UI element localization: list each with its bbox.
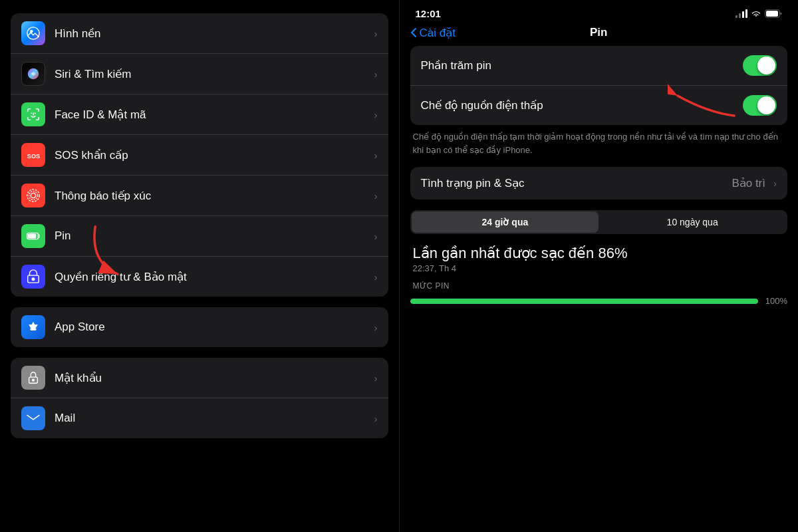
chevron-icon: › xyxy=(374,28,378,39)
recent-charge-title: Lần gần nhất được sạc đến 86% xyxy=(413,245,785,262)
chevron-icon: › xyxy=(374,150,378,161)
toggle-thumb xyxy=(757,57,775,74)
svg-point-5 xyxy=(29,192,38,200)
settings-row-sos[interactable]: SOS SOS khẩn cấp › xyxy=(11,135,388,176)
segment-10d[interactable]: 10 ngày qua xyxy=(598,211,786,233)
tinh-trang-row[interactable]: Tình trạng pin & Sạc Bảo trì › xyxy=(410,167,787,200)
chevron-icon: › xyxy=(374,413,378,424)
tinh-trang-value: Bảo trì xyxy=(732,176,765,190)
chevron-icon: › xyxy=(374,190,378,201)
settings-row-password[interactable]: Mật khẩu › xyxy=(11,358,388,398)
chevron-icon: › xyxy=(374,109,378,120)
battery-pct: 100% xyxy=(763,296,787,306)
nav-bar: Cài đặt Pin xyxy=(400,22,798,46)
settings-group-1: Hình nền › Siri & Tìm kiếm › Face ID & M… xyxy=(11,13,388,297)
settings-row-wallpaper[interactable]: Hình nền › xyxy=(11,13,388,54)
chevron-icon: › xyxy=(374,372,378,384)
svg-point-13 xyxy=(33,379,35,381)
svg-point-4 xyxy=(31,193,35,198)
phantram-toggle[interactable] xyxy=(743,55,777,76)
chemode-description: Chế độ nguồn điện thấp tạm thời giảm hoạ… xyxy=(410,130,787,156)
status-bar: 12:01 xyxy=(400,0,798,22)
password-icon xyxy=(21,366,45,390)
appstore-label: App Store xyxy=(55,321,370,334)
settings-row-appstore[interactable]: App Store › xyxy=(11,307,388,347)
mail-icon xyxy=(21,406,45,430)
chevron-icon: › xyxy=(773,178,777,189)
back-chevron-icon xyxy=(410,27,417,38)
settings-group-3: Mật khẩu › Mail › xyxy=(11,358,388,438)
password-label: Mật khẩu xyxy=(55,371,370,385)
battery-bar-track xyxy=(410,299,758,304)
battery-icon xyxy=(21,224,45,248)
faceid-icon xyxy=(21,102,45,126)
battery-bar-container: 100% xyxy=(410,293,787,309)
svg-rect-14 xyxy=(27,414,39,423)
sos-label: SOS khẩn cấp xyxy=(55,148,370,162)
faceid-label: Face ID & Mật mã xyxy=(55,108,370,122)
chevron-icon: › xyxy=(374,231,378,242)
appstore-icon xyxy=(21,315,45,339)
settings-group-appstore: App Store › xyxy=(11,307,388,347)
siri-label: Siri & Tìm kiếm xyxy=(55,67,370,81)
toggle-row-chemode: Chế độ nguồn điện thấp xyxy=(410,86,787,125)
chevron-icon: › xyxy=(374,322,378,333)
settings-row-privacy[interactable]: Quyền riêng tư & Bảo mật › xyxy=(11,257,388,297)
segment-24h[interactable]: 24 giờ qua xyxy=(412,211,599,233)
toggle-group: Phần trăm pin Chế độ nguồn điện thấp xyxy=(410,46,787,125)
tinh-trang-label: Tình trạng pin & Sạc xyxy=(421,176,732,190)
exposure-label: Thông báo tiếp xúc xyxy=(55,189,370,203)
phantram-label: Phần trăm pin xyxy=(421,59,743,72)
privacy-icon xyxy=(21,265,45,289)
tinh-trang-group: Tình trạng pin & Sạc Bảo trì › xyxy=(410,167,787,200)
svg-point-11 xyxy=(32,278,35,281)
toggle-thumb xyxy=(757,96,775,114)
wallpaper-label: Hình nền xyxy=(55,27,370,41)
wallpaper-icon xyxy=(21,21,45,45)
exposure-icon xyxy=(21,184,45,207)
battery-bar-fill xyxy=(410,299,758,304)
chevron-icon: › xyxy=(374,68,378,80)
mail-label: Mail xyxy=(55,412,370,425)
sos-icon: SOS xyxy=(21,143,45,167)
recent-charge: Lần gần nhất được sạc đến 86% 22:37, Th … xyxy=(410,245,787,273)
chevron-icon: › xyxy=(374,271,378,283)
nav-title: Pin xyxy=(590,26,607,39)
svg-text:SOS: SOS xyxy=(27,153,40,160)
svg-point-0 xyxy=(27,27,39,39)
right-red-arrow xyxy=(668,79,741,119)
settings-row-mail[interactable]: Mail › xyxy=(11,398,388,438)
muc-pin-label: MỨC PIN xyxy=(410,276,787,293)
status-time: 12:01 xyxy=(416,8,441,19)
settings-row-exposure[interactable]: Thông báo tiếp xúc › xyxy=(11,176,388,216)
settings-row-battery[interactable]: Pin › xyxy=(11,216,388,257)
battery-status-icon xyxy=(765,9,782,18)
svg-rect-8 xyxy=(29,234,36,238)
chemode-toggle[interactable] xyxy=(743,95,777,116)
back-button[interactable]: Cài đặt xyxy=(410,26,456,40)
recent-charge-sub: 22:37, Th 4 xyxy=(413,263,785,273)
back-label: Cài đặt xyxy=(420,26,456,40)
svg-rect-16 xyxy=(766,11,778,17)
content-area: Phần trăm pin Chế độ nguồn điện thấp xyxy=(400,46,798,532)
settings-row-siri[interactable]: Siri & Tìm kiếm › xyxy=(11,54,388,94)
status-icons xyxy=(735,9,782,18)
wifi-icon xyxy=(751,10,761,18)
signal-icon xyxy=(735,10,747,18)
right-panel: 12:01 Cài đặt xyxy=(400,0,798,532)
left-panel: Hình nền › Siri & Tìm kiếm › Face ID & M… xyxy=(0,0,399,532)
segment-control: 24 giờ qua 10 ngày qua xyxy=(410,210,787,234)
siri-icon xyxy=(21,62,45,86)
muc-pin-section: MỨC PIN 100% xyxy=(410,276,787,309)
settings-row-faceid[interactable]: Face ID & Mật mã › xyxy=(11,94,388,135)
